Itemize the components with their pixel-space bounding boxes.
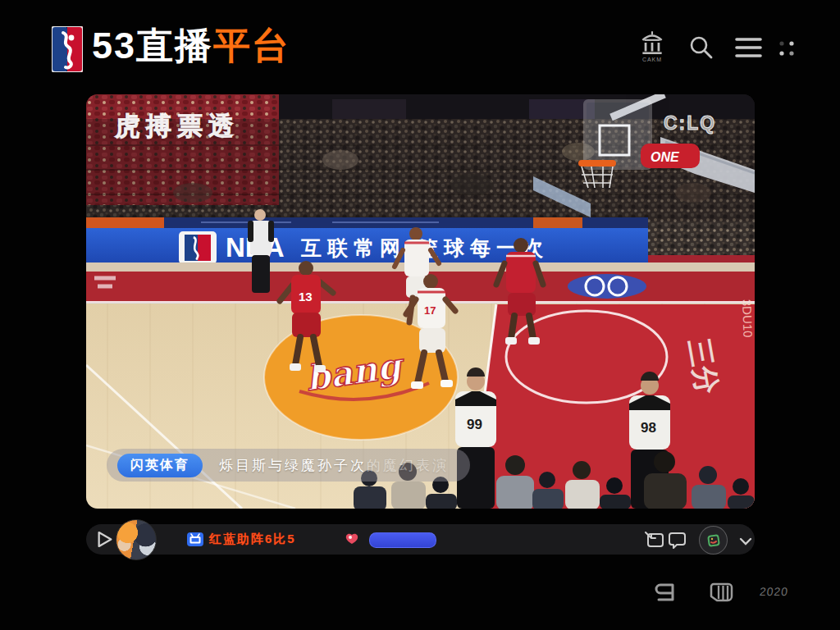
watermark-top-left: 虎搏票透 <box>115 109 240 144</box>
gift-icon[interactable] <box>345 532 359 549</box>
mini-player-button[interactable] <box>645 532 664 551</box>
caption-text-main: 烁目斯与绿魔孙子次 <box>219 458 367 473</box>
caption-text: 烁目斯与绿魔孙子次的魔幻表演 <box>219 456 449 475</box>
play-icon <box>97 531 113 548</box>
fan-badge-button[interactable] <box>187 532 203 550</box>
game-scene: NBA 互联常网 篮球每一次 bang <box>86 94 755 509</box>
title-orange: 平台 <box>213 25 290 66</box>
apps-button[interactable] <box>776 38 797 59</box>
footer-nine-button[interactable] <box>652 580 678 608</box>
sticker-icon <box>706 533 721 548</box>
title-white: 53直播 <box>92 25 213 66</box>
app-window: 53直播平台 CAKM <box>0 0 840 630</box>
chevron-down-icon <box>738 536 753 546</box>
nine-glyph-icon <box>652 580 678 605</box>
level-progress-pill[interactable] <box>369 532 436 548</box>
footer-panel-button[interactable] <box>705 580 737 608</box>
nba-logo-graphic <box>52 26 83 72</box>
mini-player-icon <box>645 532 664 548</box>
sticker-button[interactable] <box>699 526 728 555</box>
play-button[interactable] <box>97 531 113 551</box>
tv-badge-icon <box>187 532 203 546</box>
hamburger-icon <box>735 37 762 59</box>
footer-watermark: 2020 <box>759 585 789 598</box>
search-button[interactable] <box>688 34 714 61</box>
caption-text-fade: 的魔幻表演 <box>367 458 449 473</box>
chat-button[interactable] <box>668 532 687 552</box>
danmaku-message: 红蓝助阵6比5 <box>209 532 296 547</box>
striped-panel-icon <box>705 580 737 605</box>
danmaku-bar: 红蓝助阵6比5 <box>86 524 755 555</box>
caption-bar: 闪英体育 烁目斯与绿魔孙子次的魔幻表演 <box>107 449 470 482</box>
avatar[interactable] <box>116 519 157 560</box>
referee-center-number: 99 <box>467 417 482 432</box>
caption-badge[interactable]: 闪英体育 <box>117 454 203 477</box>
menu-button[interactable] <box>735 37 762 59</box>
video-player[interactable]: NBA 互联常网 篮球每一次 bang <box>86 94 755 509</box>
referee-right-number: 98 <box>641 420 656 436</box>
watermark-top-right: C:LQ <box>664 112 716 135</box>
arena-icon <box>637 30 667 56</box>
side-floor-text: 3DU10 <box>740 299 755 338</box>
player-red-number: 13 <box>299 290 313 304</box>
player-white-number: 17 <box>424 304 436 317</box>
arena-nav-button[interactable]: CAKM <box>637 30 667 62</box>
chat-bubble-icon <box>668 532 687 549</box>
arena-icon-label: CAKM <box>637 57 667 62</box>
page-title: 53直播平台 <box>92 21 290 71</box>
search-icon <box>688 34 714 61</box>
ad-boards: NBA 互联常网 篮球每一次 <box>86 217 648 267</box>
hoop-arm-text: ONE <box>651 150 680 164</box>
nba-logo[interactable] <box>52 26 83 72</box>
dots-grid-icon <box>776 38 797 59</box>
collapse-button[interactable] <box>738 535 753 550</box>
